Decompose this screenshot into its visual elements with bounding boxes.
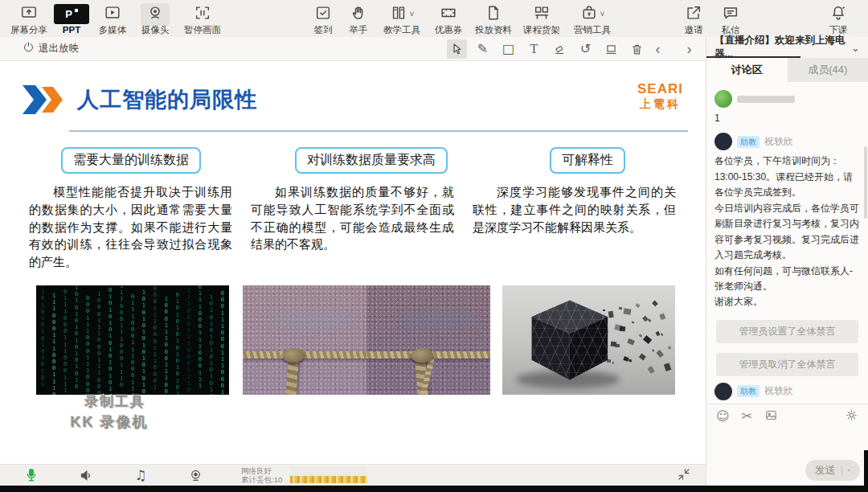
clear-all-tool[interactable] [627, 39, 647, 59]
paragraph-training-data: 模型性能能否提升取决于训练用的数据集的大小，因此通常需要大量的数据作为支撑。如果… [29, 183, 232, 271]
rectangle-tool[interactable]: □ [498, 39, 518, 59]
private-message-icon [722, 4, 739, 25]
undo-tool[interactable]: ↺ [575, 39, 596, 59]
slide-images-row: 0 1 0 1 0 1 0 1 0 1 0 1 0 1 0 11 1 1 0 0… [0, 285, 706, 395]
rectangle-icon: □ [502, 43, 514, 55]
send-options-icon[interactable]: ▫ [848, 466, 850, 474]
emoji-icon[interactable]: ☺ [716, 410, 730, 423]
select-tool[interactable] [447, 39, 467, 59]
pause-screen-button[interactable]: 暂停画面 [177, 4, 228, 35]
speaker-toggle[interactable] [77, 466, 95, 484]
materials-button[interactable]: 投放资料 [469, 4, 518, 35]
pen-tool[interactable]: ✎ [473, 39, 493, 59]
pause-screen-icon [194, 4, 211, 25]
board-tool[interactable] [601, 39, 621, 59]
text-tool[interactable]: T [524, 39, 544, 59]
ppt-button[interactable]: P PPT [51, 4, 92, 35]
music-toggle[interactable]: ♫ [132, 466, 149, 484]
webcam-toggle[interactable] [186, 466, 204, 484]
send-divider [841, 465, 842, 476]
marketing-tools-label: 营销工具 [574, 24, 611, 35]
course-shelf-icon [533, 4, 551, 25]
eraser-tool[interactable] [550, 39, 570, 59]
pen-icon: ✎ [477, 43, 488, 55]
course-shelf-label: 课程货架 [523, 24, 560, 35]
status-bar: ♫ 网络良好 累计丢包:10 [0, 464, 706, 486]
live-class-window: 屏幕分享 P PPT 多媒体 摄像头 暂停画面 [0, 0, 868, 492]
chevron-down-icon: ˅ [410, 10, 415, 18]
avatar [714, 90, 732, 108]
multimedia-icon [104, 4, 121, 25]
window-corner-edge [864, 450, 868, 492]
chat-composer: ☺ ✂ 发送 ▫ [706, 404, 868, 492]
slide-title-row: 人工智能的局限性 [23, 85, 257, 114]
invite-label: 邀请 [685, 24, 703, 35]
system-message: 管理员取消了全体禁言 [716, 353, 858, 376]
webcam-icon [188, 468, 203, 483]
screen-share-label: 屏幕分享 [10, 24, 47, 35]
coupon-button[interactable]: 优惠券 [428, 4, 469, 35]
sign-in-button[interactable]: 签到 [305, 4, 341, 35]
heading-box-interpretability: 可解释性 [550, 147, 625, 174]
seari-logo-text: SEARI [637, 82, 683, 96]
chat-scrollbar[interactable] [864, 146, 867, 219]
multimedia-label: 多媒体 [99, 24, 127, 35]
network-sparkline [290, 467, 367, 483]
collapse-toolbar-icon[interactable] [677, 467, 693, 483]
heading-box-training-data: 需要大量的训练数据 [61, 147, 201, 174]
end-class-button[interactable]: 下课 [820, 4, 857, 35]
next-icon: › [687, 41, 692, 58]
multimedia-button[interactable]: 多媒体 [92, 4, 133, 35]
paragraph-data-quality: 如果训练数据的质量不够好，就可能导致人工智能系统学到不全面或不正确的模型，可能会… [251, 183, 454, 271]
materials-icon [485, 4, 502, 25]
exit-presentation-button[interactable]: 退出放映 [23, 41, 79, 55]
ppt-label: PPT [63, 24, 80, 35]
title-underline [69, 130, 688, 132]
image-upload-icon[interactable] [764, 408, 778, 425]
message-header: 助教 祝轶欣 [714, 133, 860, 150]
tab-discussion[interactable]: 讨论区 [706, 58, 788, 82]
microphone-toggle[interactable] [23, 466, 40, 484]
next-slide-button[interactable]: › [679, 39, 699, 59]
tab-members[interactable]: 成员(44) [788, 58, 868, 82]
speaker-icon [79, 468, 94, 483]
coupon-icon [440, 4, 457, 25]
end-class-bell-icon [829, 4, 847, 25]
message-text: 各位学员，下午培训时间为：13:00-15:30。课程已经开始，请各位学员完成签… [714, 154, 860, 310]
watermark-line1: 录制工具 [47, 392, 183, 411]
raise-hand-button[interactable]: 举手 [341, 4, 376, 35]
window-bottom-edge [0, 486, 868, 492]
live-intro-dropdown[interactable]: 【直播介绍】欢迎来到上海电器... ⌄ [706, 37, 868, 58]
camera-label: 摄像头 [141, 24, 170, 35]
seari-logo-cn: 上電科 [637, 98, 683, 109]
course-shelf-button[interactable]: 课程货架 [518, 4, 566, 35]
network-status: 网络良好 累计丢包:10 [241, 466, 282, 485]
recorder-watermark: 录制工具 KK 录像机 [47, 392, 183, 432]
slide-paragraphs: 模型性能能否提升取决于训练用的数据集的大小，因此通常需要大量的数据作为支撑。如果… [29, 183, 677, 271]
teaching-tools-button[interactable]: ˅ 教学工具 [376, 4, 428, 35]
send-button[interactable]: 发送 ▫ [805, 460, 860, 481]
user-name [737, 96, 795, 103]
ppt-slide: 人工智能的局限性 SEARI 上電科 需要大量的训练数据 对训练数据质量要求高 … [0, 61, 706, 464]
materials-label: 投放资料 [475, 24, 512, 35]
marketing-tools-button[interactable]: ¥ ˅ 营销工具 [566, 4, 619, 35]
microphone-icon [23, 467, 39, 483]
presenter-toolbar: 退出放映 ✎ □ T ↺ ‹ › [0, 37, 706, 61]
screenshot-scissors-icon[interactable]: ✂ [742, 410, 752, 423]
chat-settings-gear-icon[interactable] [845, 408, 858, 425]
teaching-tools-icon [390, 4, 407, 25]
private-message-button[interactable]: 私信 [712, 4, 749, 35]
chat-message-list[interactable]: 1 助教 祝轶欣 各位学员，下午培训时间为：13:00-15:30。课程已经开始… [706, 82, 868, 404]
avatar [714, 383, 732, 400]
watermark-line2: KK 录像机 [35, 412, 183, 432]
prev-slide-button[interactable]: ‹ [648, 39, 668, 59]
chat-input[interactable] [706, 428, 868, 460]
camera-button[interactable]: 摄像头 [133, 4, 177, 35]
invite-icon [685, 4, 702, 25]
screen-share-button[interactable]: 屏幕分享 [6, 4, 51, 35]
coupon-label: 优惠券 [435, 24, 463, 35]
user-name: 祝轶欣 [764, 384, 793, 398]
invite-button[interactable]: 邀请 [675, 4, 712, 35]
message-text: 1 [714, 111, 860, 126]
prev-icon: ‹ [656, 41, 661, 58]
